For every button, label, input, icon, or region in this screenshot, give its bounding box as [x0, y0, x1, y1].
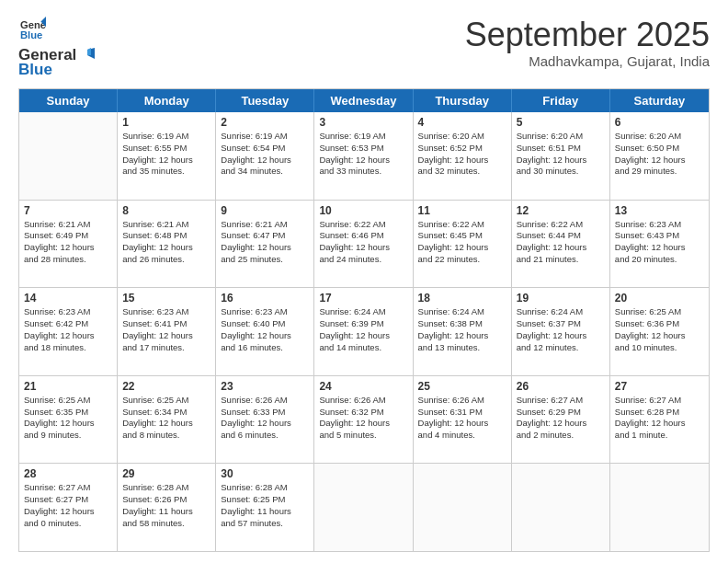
cal-cell: 2Sunrise: 6:19 AM Sunset: 6:54 PM Daylig… — [216, 112, 314, 200]
cal-week: 21Sunrise: 6:25 AM Sunset: 6:35 PM Dayli… — [19, 376, 709, 465]
cal-cell: 28Sunrise: 6:27 AM Sunset: 6:27 PM Dayli… — [19, 464, 118, 551]
day-info: Sunrise: 6:26 AM Sunset: 6:32 PM Dayligh… — [319, 395, 407, 442]
day-number: 23 — [221, 380, 309, 393]
day-number: 20 — [615, 292, 704, 304]
cal-cell: 17Sunrise: 6:24 AM Sunset: 6:39 PM Dayli… — [314, 288, 413, 375]
cal-cell: 26Sunrise: 6:27 AM Sunset: 6:29 PM Dayli… — [512, 376, 610, 464]
day-info: Sunrise: 6:22 AM Sunset: 6:46 PM Dayligh… — [319, 219, 407, 266]
cal-cell: 24Sunrise: 6:26 AM Sunset: 6:32 PM Dayli… — [314, 376, 413, 464]
day-number: 6 — [615, 116, 704, 129]
cal-cell: 30Sunrise: 6:28 AM Sunset: 6:25 PM Dayli… — [216, 464, 314, 551]
cal-cell: 4Sunrise: 6:20 AM Sunset: 6:52 PM Daylig… — [414, 112, 512, 200]
day-number: 25 — [418, 380, 506, 393]
cal-cell: 3Sunrise: 6:19 AM Sunset: 6:53 PM Daylig… — [314, 112, 413, 200]
day-number: 12 — [517, 204, 605, 217]
cal-week: 14Sunrise: 6:23 AM Sunset: 6:42 PM Dayli… — [19, 288, 709, 376]
calendar-body: 1Sunrise: 6:19 AM Sunset: 6:55 PM Daylig… — [19, 112, 709, 551]
cal-day-header: Friday — [512, 89, 610, 112]
cal-cell: 20Sunrise: 6:25 AM Sunset: 6:36 PM Dayli… — [610, 288, 709, 375]
cal-cell — [414, 464, 512, 551]
cal-cell — [512, 464, 610, 551]
month-title: September 2025 — [465, 17, 710, 53]
day-number: 9 — [221, 204, 309, 217]
day-info: Sunrise: 6:20 AM Sunset: 6:51 PM Dayligh… — [517, 131, 605, 178]
day-number: 1 — [122, 116, 210, 129]
day-info: Sunrise: 6:21 AM Sunset: 6:48 PM Dayligh… — [122, 219, 210, 266]
title-area: September 2025 Madhavkampa, Gujarat, Ind… — [465, 17, 710, 69]
cal-cell: 19Sunrise: 6:24 AM Sunset: 6:37 PM Dayli… — [512, 288, 610, 375]
cal-cell: 29Sunrise: 6:28 AM Sunset: 6:26 PM Dayli… — [118, 464, 216, 551]
cal-cell: 21Sunrise: 6:25 AM Sunset: 6:35 PM Dayli… — [19, 376, 118, 464]
cal-cell: 11Sunrise: 6:22 AM Sunset: 6:45 PM Dayli… — [414, 201, 512, 288]
cal-cell: 23Sunrise: 6:26 AM Sunset: 6:33 PM Dayli… — [216, 376, 314, 464]
calendar-header: SundayMondayTuesdayWednesdayThursdayFrid… — [19, 89, 709, 112]
day-number: 11 — [418, 204, 506, 217]
cal-day-header: Saturday — [610, 89, 709, 112]
day-info: Sunrise: 6:22 AM Sunset: 6:45 PM Dayligh… — [418, 219, 506, 266]
day-number: 15 — [122, 292, 210, 304]
day-info: Sunrise: 6:25 AM Sunset: 6:36 PM Dayligh… — [615, 306, 704, 353]
cal-cell: 8Sunrise: 6:21 AM Sunset: 6:48 PM Daylig… — [118, 201, 216, 288]
day-number: 16 — [221, 292, 309, 304]
day-info: Sunrise: 6:27 AM Sunset: 6:27 PM Dayligh… — [24, 482, 112, 529]
day-info: Sunrise: 6:22 AM Sunset: 6:44 PM Dayligh… — [517, 219, 605, 266]
day-info: Sunrise: 6:27 AM Sunset: 6:28 PM Dayligh… — [615, 395, 704, 442]
day-info: Sunrise: 6:25 AM Sunset: 6:35 PM Dayligh… — [24, 395, 112, 442]
cal-cell: 16Sunrise: 6:23 AM Sunset: 6:40 PM Dayli… — [216, 288, 314, 375]
cal-cell: 6Sunrise: 6:20 AM Sunset: 6:50 PM Daylig… — [610, 112, 709, 200]
cal-cell: 1Sunrise: 6:19 AM Sunset: 6:55 PM Daylig… — [118, 112, 216, 200]
location-subtitle: Madhavkampa, Gujarat, India — [465, 53, 710, 69]
cal-week: 28Sunrise: 6:27 AM Sunset: 6:27 PM Dayli… — [19, 464, 709, 551]
day-info: Sunrise: 6:23 AM Sunset: 6:40 PM Dayligh… — [221, 306, 309, 353]
day-number: 2 — [221, 116, 309, 129]
cal-cell: 12Sunrise: 6:22 AM Sunset: 6:44 PM Dayli… — [512, 201, 610, 288]
cal-day-header: Tuesday — [216, 89, 314, 112]
day-number: 5 — [517, 116, 605, 129]
cal-week: 7Sunrise: 6:21 AM Sunset: 6:49 PM Daylig… — [19, 201, 709, 289]
day-info: Sunrise: 6:27 AM Sunset: 6:29 PM Dayligh… — [517, 395, 605, 442]
day-info: Sunrise: 6:19 AM Sunset: 6:54 PM Dayligh… — [221, 131, 309, 178]
day-info: Sunrise: 6:26 AM Sunset: 6:31 PM Dayligh… — [418, 395, 506, 442]
cal-day-header: Thursday — [414, 89, 512, 112]
logo-icon: General Blue — [20, 17, 46, 42]
day-number: 29 — [122, 467, 210, 480]
day-number: 22 — [122, 380, 210, 393]
day-number: 7 — [24, 204, 112, 217]
svg-marker-4 — [87, 48, 91, 55]
day-number: 21 — [24, 380, 112, 393]
day-info: Sunrise: 6:23 AM Sunset: 6:43 PM Dayligh… — [615, 219, 704, 266]
cal-cell: 5Sunrise: 6:20 AM Sunset: 6:51 PM Daylig… — [512, 112, 610, 200]
day-info: Sunrise: 6:28 AM Sunset: 6:26 PM Dayligh… — [122, 482, 210, 529]
cal-cell: 15Sunrise: 6:23 AM Sunset: 6:41 PM Dayli… — [118, 288, 216, 375]
day-number: 14 — [24, 292, 112, 304]
cal-cell: 22Sunrise: 6:25 AM Sunset: 6:34 PM Dayli… — [118, 376, 216, 464]
day-number: 26 — [517, 380, 605, 393]
day-number: 30 — [221, 467, 309, 480]
cal-cell — [610, 464, 709, 551]
cal-day-header: Wednesday — [314, 89, 413, 112]
cal-cell: 7Sunrise: 6:21 AM Sunset: 6:49 PM Daylig… — [19, 201, 118, 288]
header: General Blue General Blue September 2025… — [18, 17, 710, 79]
day-info: Sunrise: 6:24 AM Sunset: 6:39 PM Dayligh… — [319, 306, 407, 353]
day-info: Sunrise: 6:25 AM Sunset: 6:34 PM Dayligh… — [122, 395, 210, 442]
day-info: Sunrise: 6:23 AM Sunset: 6:41 PM Dayligh… — [122, 306, 210, 353]
logo: General Blue General Blue — [18, 17, 95, 79]
day-info: Sunrise: 6:26 AM Sunset: 6:33 PM Dayligh… — [221, 395, 309, 442]
cal-day-header: Monday — [118, 89, 216, 112]
cal-cell: 9Sunrise: 6:21 AM Sunset: 6:47 PM Daylig… — [216, 201, 314, 288]
day-info: Sunrise: 6:19 AM Sunset: 6:53 PM Dayligh… — [319, 131, 407, 178]
svg-text:Blue: Blue — [20, 29, 42, 40]
day-number: 19 — [517, 292, 605, 304]
day-info: Sunrise: 6:20 AM Sunset: 6:50 PM Dayligh… — [615, 131, 704, 178]
cal-cell: 25Sunrise: 6:26 AM Sunset: 6:31 PM Dayli… — [414, 376, 512, 464]
day-number: 28 — [24, 467, 112, 480]
day-info: Sunrise: 6:24 AM Sunset: 6:37 PM Dayligh… — [517, 306, 605, 353]
day-number: 3 — [319, 116, 407, 129]
day-number: 13 — [615, 204, 704, 217]
day-number: 4 — [418, 116, 506, 129]
calendar: SundayMondayTuesdayWednesdayThursdayFrid… — [18, 88, 710, 552]
day-number: 18 — [418, 292, 506, 304]
cal-week: 1Sunrise: 6:19 AM Sunset: 6:55 PM Daylig… — [19, 112, 709, 201]
day-info: Sunrise: 6:21 AM Sunset: 6:47 PM Dayligh… — [221, 219, 309, 266]
logo-bird-icon — [78, 48, 95, 63]
